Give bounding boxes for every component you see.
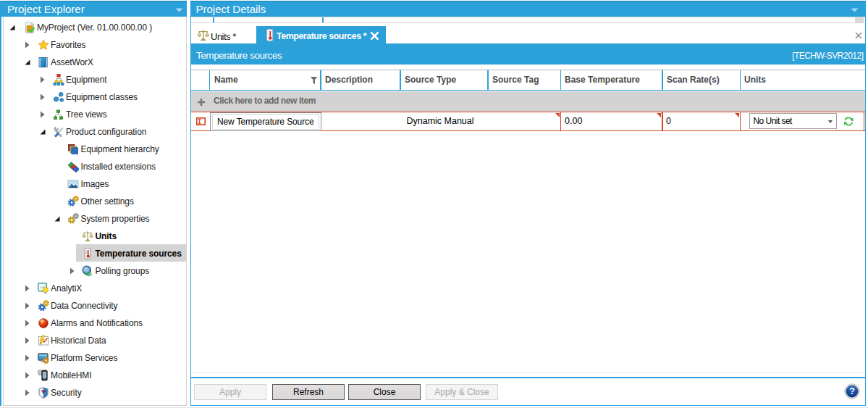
svg-text:?: ? [849,386,855,396]
